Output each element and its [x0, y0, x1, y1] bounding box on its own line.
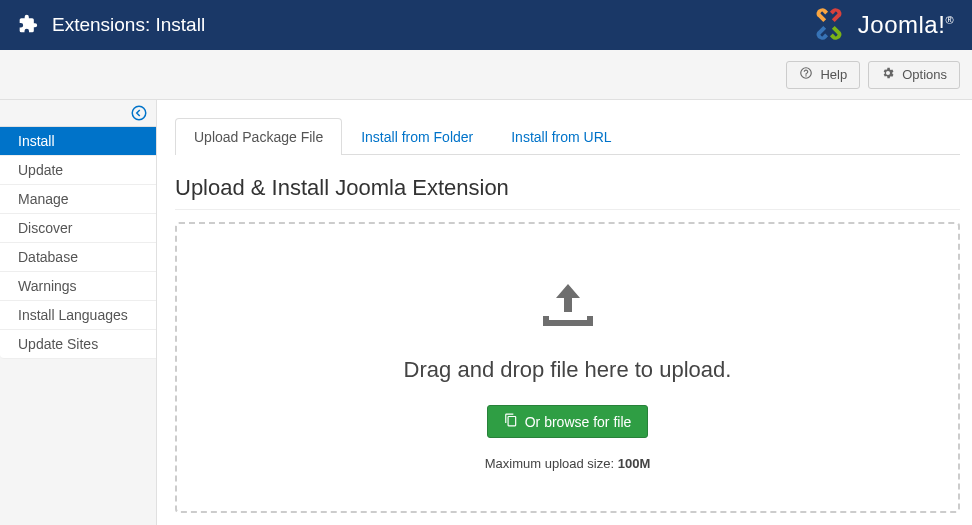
sidebar-item-manage[interactable]: Manage	[0, 185, 156, 214]
tabs: Upload Package FileInstall from FolderIn…	[175, 118, 960, 155]
sidebar-item-database[interactable]: Database	[0, 243, 156, 272]
main-content: Upload Package FileInstall from FolderIn…	[157, 100, 972, 525]
tab-install-from-url[interactable]: Install from URL	[492, 118, 630, 155]
gear-icon	[881, 66, 895, 83]
help-button[interactable]: Help	[786, 61, 860, 89]
help-label: Help	[820, 67, 847, 82]
svg-point-0	[132, 106, 146, 120]
puzzle-icon	[18, 14, 38, 37]
sidebar-collapse-button[interactable]	[0, 100, 156, 127]
layout: InstallUpdateManageDiscoverDatabaseWarni…	[0, 100, 972, 525]
sidebar-item-update-sites[interactable]: Update Sites	[0, 330, 156, 359]
drop-text: Drag and drop file here to upload.	[197, 357, 938, 383]
sidebar-item-warnings[interactable]: Warnings	[0, 272, 156, 301]
sidebar-item-install-languages[interactable]: Install Languages	[0, 301, 156, 330]
header-left: Extensions: Install	[18, 14, 205, 37]
brand-text: Joomla!®	[858, 11, 954, 39]
brand-logo: Joomla!®	[810, 5, 954, 46]
toolbar: Help Options	[0, 50, 972, 100]
options-label: Options	[902, 67, 947, 82]
page-title: Extensions: Install	[52, 14, 205, 36]
sidebar-item-update[interactable]: Update	[0, 156, 156, 185]
copy-icon	[504, 413, 518, 430]
section-heading: Upload & Install Joomla Extension	[175, 175, 960, 210]
upload-icon	[543, 314, 593, 329]
max-upload-size: Maximum upload size: 100M	[197, 456, 938, 471]
tab-install-from-folder[interactable]: Install from Folder	[342, 118, 492, 155]
upload-dropzone[interactable]: Drag and drop file here to upload. Or br…	[175, 222, 960, 513]
sidebar: InstallUpdateManageDiscoverDatabaseWarni…	[0, 100, 157, 525]
question-icon	[799, 66, 813, 83]
browse-button[interactable]: Or browse for file	[487, 405, 649, 438]
top-header: Extensions: Install Joomla!®	[0, 0, 972, 50]
tab-upload-package-file[interactable]: Upload Package File	[175, 118, 342, 155]
sidebar-item-discover[interactable]: Discover	[0, 214, 156, 243]
sidebar-item-install[interactable]: Install	[0, 127, 156, 156]
browse-label: Or browse for file	[525, 414, 632, 430]
joomla-icon	[810, 5, 848, 46]
options-button[interactable]: Options	[868, 61, 960, 89]
